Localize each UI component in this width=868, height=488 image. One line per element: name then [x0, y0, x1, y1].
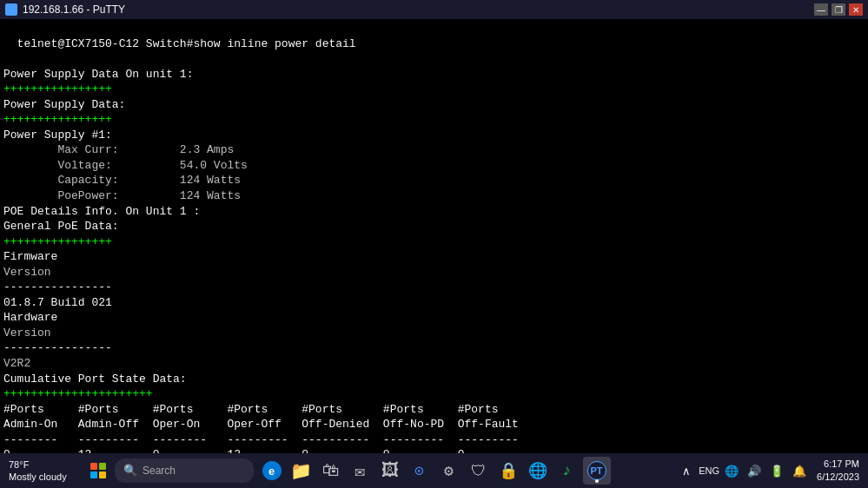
search-box[interactable]: 🔍 [115, 458, 254, 483]
terminal-line: 01.8.7 Build 021 [3, 295, 865, 311]
terminal-line: Power Supply Data: [3, 97, 865, 113]
terminal-line: Version [3, 265, 865, 280]
terminal-line: ++++++++++++++++ [3, 112, 865, 128]
taskbar-file-explorer-icon[interactable]: 📁 [288, 457, 315, 485]
terminal-line: PoePower: 124 Watts [3, 188, 865, 204]
terminal-line: ++++++++++++++++ [3, 82, 865, 97]
terminal-line: Admin-On Admin-Off Oper-On Oper-Off Off-… [3, 417, 865, 432]
terminal-line: General PoE Data: [3, 219, 865, 234]
terminal-line: Max Curr: 2.3 Amps [3, 142, 865, 158]
terminal-line: ++++++++++++++++ [3, 234, 865, 250]
search-input[interactable] [142, 465, 247, 477]
volume-icon[interactable]: 🔊 [744, 457, 765, 485]
taskbar-center-icons: e 📁 🛍 ✉ 🖼 ⊙ ⚙ 🛡 🔒 [258, 457, 611, 485]
search-icon: 🔍 [123, 464, 137, 478]
clock-time: 6:17 PM [824, 458, 859, 471]
language-indicator[interactable]: ENG [699, 457, 719, 485]
notifications-icon[interactable]: 🔔 [789, 457, 810, 485]
terminal-line: -------- --------- -------- --------- --… [3, 432, 865, 448]
terminal-line: Voltage: 54.0 Volts [3, 158, 865, 174]
weather-widget: 78°F Mostly cloudy [3, 458, 82, 484]
terminal-content: Power Supply Data On unit 1:++++++++++++… [3, 67, 865, 453]
prompt-line: telnet@ICX7150-C12 Switch#show inline po… [17, 37, 356, 50]
terminal-line: POE Details Info. On Unit 1 : [3, 204, 865, 220]
taskbar-network-icon[interactable]: 🌐 [524, 457, 552, 485]
terminal-line: Cumulative Port State Data: [3, 372, 865, 387]
taskbar-photos-icon[interactable]: 🖼 [376, 457, 404, 485]
taskbar: 78°F Mostly cloudy 🔍 e 📁 🛍 ✉ [0, 453, 868, 488]
terminal-line: #Ports #Ports #Ports #Ports #Ports #Port… [3, 402, 865, 418]
maximize-button[interactable]: ❐ [832, 3, 845, 16]
window-controls[interactable]: — ❐ ✕ [814, 3, 863, 16]
terminal-output[interactable]: telnet@ICX7150-C12 Switch#show inline po… [0, 19, 868, 453]
terminal-line: ++++++++++++++++++++++ [3, 386, 865, 402]
taskbar-spotify-icon[interactable]: ♪ [553, 457, 581, 485]
taskbar-edge-icon[interactable]: e [258, 457, 286, 485]
taskbar-store-icon[interactable]: 🛍 [317, 457, 345, 485]
title-bar-title: 192.168.1.66 - PuTTY [5, 3, 125, 16]
battery-icon[interactable]: 🔋 [766, 457, 787, 485]
start-button[interactable] [85, 459, 111, 482]
terminal-line: 0 12 0 12 0 0 0 [3, 447, 865, 453]
taskbar-putty-icon[interactable]: PT [583, 457, 611, 485]
terminal-line: Capacity: 124 Watts [3, 173, 865, 188]
terminal-line: Firmware [3, 249, 865, 265]
minimize-button[interactable]: — [814, 3, 828, 16]
terminal-line: Version [3, 326, 865, 341]
taskbar-mail-icon[interactable]: ✉ [347, 457, 374, 485]
taskbar-settings-icon[interactable]: ⚙ [435, 457, 463, 485]
taskbar-chrome-icon[interactable]: ⊙ [406, 457, 434, 485]
terminal-line: Hardware [3, 310, 865, 326]
taskbar-security-icon[interactable]: 🛡 [465, 457, 493, 485]
show-hidden-icons-button[interactable]: ∧ [676, 457, 697, 485]
terminal-line: Power Supply Data On unit 1: [3, 67, 865, 82]
windows-logo-icon [90, 463, 106, 478]
terminal-line: ---------------- [3, 280, 865, 295]
title-bar: 192.168.1.66 - PuTTY — ❐ ✕ [0, 0, 868, 19]
clock-date: 6/12/2023 [817, 471, 859, 484]
weather-condition: Mostly cloudy [9, 471, 76, 483]
window-title: 192.168.1.66 - PuTTY [23, 3, 125, 16]
taskbar-antivirus-icon[interactable]: 🔒 [494, 457, 522, 485]
terminal-line: ---------------- [3, 340, 865, 356]
terminal-line: Power Supply #1: [3, 128, 865, 143]
taskbar-right: ∧ ENG 🌐 🔊 🔋 🔔 6:17 PM 6/12/2023 [676, 457, 865, 485]
taskbar-left: 78°F Mostly cloudy 🔍 [3, 458, 254, 484]
terminal-line: V2R2 [3, 356, 865, 372]
putty-icon [5, 3, 17, 16]
system-clock[interactable]: 6:17 PM 6/12/2023 [812, 458, 865, 485]
close-button[interactable]: ✕ [849, 3, 863, 16]
network-status-icon[interactable]: 🌐 [721, 457, 742, 485]
weather-temp: 78°F [9, 458, 76, 471]
